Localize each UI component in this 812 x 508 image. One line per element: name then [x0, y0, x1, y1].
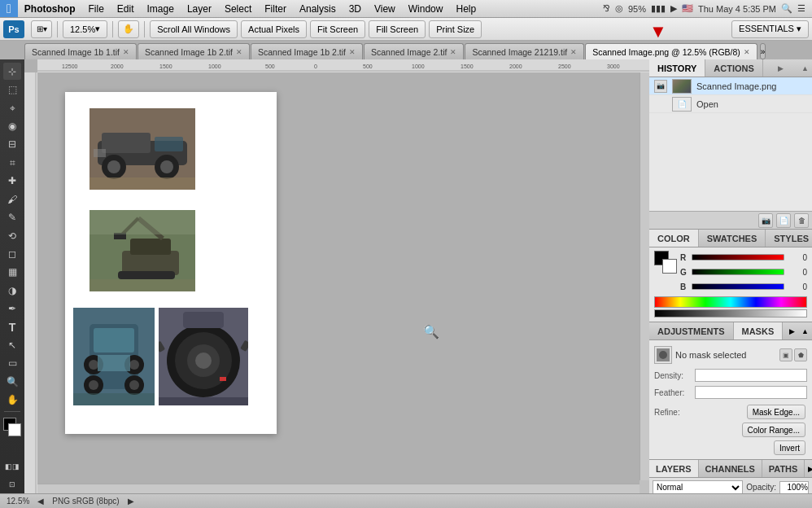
path-select-tool[interactable]: ↖: [3, 336, 21, 353]
color-tab[interactable]: COLOR: [649, 230, 699, 247]
swatches-tab[interactable]: SWATCHES: [699, 230, 766, 247]
menu-filter[interactable]: Filter: [258, 0, 293, 17]
menu-edit[interactable]: Edit: [111, 0, 141, 17]
menu-select[interactable]: Select: [218, 0, 258, 17]
actual-pixels-button[interactable]: Actual Pixels: [241, 20, 307, 38]
color-range-button[interactable]: Color Range...: [742, 423, 805, 437]
hand-tool[interactable]: ✋: [3, 392, 21, 409]
fit-screen-button[interactable]: Fit Screen: [310, 20, 365, 38]
tab-scanned-21219[interactable]: Scanned Image 21219.tif ✕: [465, 43, 584, 59]
crop-tool[interactable]: ⊟: [3, 136, 21, 153]
color-gradient-bar[interactable]: [654, 309, 807, 318]
mask-edge-button[interactable]: Mask Edge...: [747, 405, 805, 419]
feather-input[interactable]: [695, 386, 807, 399]
menu-3d[interactable]: 3D: [343, 0, 368, 17]
green-channel-slider[interactable]: [692, 269, 784, 275]
search-icon[interactable]: 🔍: [781, 3, 792, 14]
styles-tab[interactable]: STYLES: [766, 230, 812, 247]
menu-file[interactable]: File: [82, 0, 111, 17]
history-tab[interactable]: HISTORY: [649, 59, 705, 77]
hand-tool-icon[interactable]: ✋: [118, 20, 139, 38]
adjustments-tab[interactable]: ADJUSTMENTS: [649, 322, 734, 339]
color-spectrum-bar[interactable]: [654, 296, 807, 308]
vector-mask-icon[interactable]: ⬟: [794, 348, 807, 361]
tab-close-icon[interactable]: ✕: [570, 48, 577, 56]
tab-scanned-active[interactable]: Scanned Image.png @ 12.5% (RGB/8) ✕: [585, 43, 757, 59]
foreground-color[interactable]: [3, 418, 21, 433]
quick-select-tool[interactable]: ◉: [3, 117, 21, 134]
scroll-all-windows-button[interactable]: Scroll All Windows: [150, 20, 238, 38]
tab-scanned-1b-2b[interactable]: Scanned Image 1b 2.tif ✕: [251, 43, 363, 59]
workspace-selector[interactable]: ESSENTIALS ▾: [731, 20, 809, 38]
gradient-tool[interactable]: ▦: [3, 264, 21, 281]
red-channel-slider[interactable]: [692, 254, 784, 261]
eraser-tool[interactable]: ◻: [3, 245, 21, 262]
background-swatch[interactable]: [8, 423, 21, 436]
menu-image[interactable]: Image: [141, 0, 181, 17]
eyedropper-tool[interactable]: ⌗: [3, 154, 21, 171]
shape-tool[interactable]: ▭: [3, 355, 21, 372]
volume-icon[interactable]: ▶: [670, 3, 677, 14]
type-tool[interactable]: T: [3, 318, 21, 335]
adj-panel-collapse[interactable]: ▲: [798, 322, 812, 339]
status-arrow-left[interactable]: ◀: [37, 497, 44, 506]
invert-button[interactable]: Invert: [774, 440, 805, 455]
history-panel-collapse-icon[interactable]: ▲: [798, 64, 812, 72]
dodge-tool[interactable]: ◑: [3, 282, 21, 299]
vertical-scrollbar[interactable]: [640, 72, 649, 480]
tab-scanned-1b-2a[interactable]: Scanned Image 1b 2.tif ✕: [138, 43, 250, 59]
new-document-icon[interactable]: 📄: [776, 213, 791, 228]
layers-tab[interactable]: LAYERS: [649, 460, 699, 477]
channels-tab[interactable]: CHANNELS: [699, 460, 762, 477]
history-item-thumb: [672, 79, 692, 94]
tab-scanned-1b-1[interactable]: Scanned Image 1b 1.tif ✕: [24, 43, 137, 59]
tab-close-icon[interactable]: ✕: [123, 48, 129, 56]
screen-mode-button[interactable]: ⊡: [3, 476, 21, 493]
zoom-display[interactable]: 12.5%▾: [63, 20, 107, 38]
pixel-mask-icon[interactable]: ▣: [779, 348, 792, 361]
history-brush-tool[interactable]: ⟲: [3, 227, 21, 244]
blue-channel-slider[interactable]: [692, 283, 784, 290]
tab-close-icon[interactable]: ✕: [744, 48, 750, 56]
tab-close-icon[interactable]: ✕: [450, 48, 456, 56]
actions-tab[interactable]: ACTIONS: [705, 59, 763, 77]
menu-layer[interactable]: Layer: [181, 0, 218, 17]
menu-extra-icon[interactable]: ☰: [797, 3, 805, 14]
opacity-input[interactable]: [779, 481, 809, 494]
move-tool[interactable]: ⊹: [3, 63, 21, 80]
blend-mode-select[interactable]: Normal: [653, 480, 743, 495]
history-item-open[interactable]: 📄 Open: [649, 95, 812, 113]
new-snapshot-icon[interactable]: 📷: [758, 213, 773, 228]
horizontal-scrollbar[interactable]: [37, 484, 640, 493]
spot-heal-tool[interactable]: ✚: [3, 173, 21, 190]
color-bg-swatch[interactable]: [662, 259, 677, 274]
print-size-button[interactable]: Print Size: [429, 20, 482, 38]
menu-help[interactable]: Help: [449, 0, 482, 17]
paths-tab[interactable]: PATHS: [762, 460, 805, 477]
history-panel-menu-icon[interactable]: ▶: [775, 59, 785, 77]
delete-state-icon[interactable]: 🗑: [794, 213, 809, 228]
apple-menu[interactable]: : [0, 0, 18, 17]
tab-close-icon[interactable]: ✕: [349, 48, 356, 56]
masks-tab[interactable]: MASKS: [734, 322, 784, 339]
brush-tool[interactable]: 🖌: [3, 190, 21, 208]
tool-selector[interactable]: ⊞▾: [31, 20, 52, 38]
quick-mask-button[interactable]: ◧◨: [3, 458, 21, 475]
tab-scanned-2[interactable]: Scanned Image 2.tif ✕: [364, 43, 464, 59]
menu-window[interactable]: Window: [402, 0, 450, 17]
density-input[interactable]: [695, 369, 807, 382]
tab-close-icon[interactable]: ✕: [236, 48, 242, 56]
clone-stamp-tool[interactable]: ✎: [3, 208, 21, 226]
adj-panel-menu[interactable]: ▶: [786, 322, 798, 339]
history-item-snapshot[interactable]: 📷 Scanned Image.png: [649, 77, 812, 95]
fill-screen-button[interactable]: Fill Screen: [369, 20, 426, 38]
pen-tool[interactable]: ✒: [3, 300, 21, 317]
tabs-overflow-button[interactable]: »: [760, 43, 766, 59]
layers-panel-menu[interactable]: ▶: [805, 460, 812, 477]
zoom-tool[interactable]: 🔍: [3, 373, 21, 390]
menu-view[interactable]: View: [368, 0, 402, 17]
marquee-tool[interactable]: ⬚: [3, 81, 21, 98]
status-arrow-right[interactable]: ▶: [128, 497, 134, 506]
lasso-tool[interactable]: ⌖: [3, 99, 21, 116]
menu-analysis[interactable]: Analysis: [293, 0, 343, 17]
